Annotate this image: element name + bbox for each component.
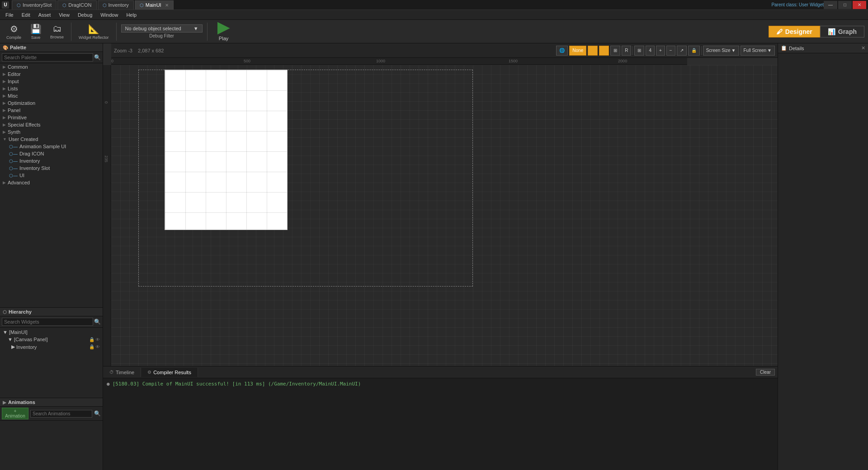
palette-tree: ▶ Common ▶ Editor ▶ Input ▶ Lists ▶ Mi [0,63,103,307]
menu-file[interactable]: File [2,11,17,19]
eye-icon[interactable]: 👁 [95,337,100,342]
tab-dragicon[interactable]: ⬡ DragICON [57,0,96,9]
orange-btn-2[interactable] [599,46,609,56]
left-panel: 🎨 Palette 🔍 ▶ Common ▶ Editor ▶ Input [0,43,103,470]
menu-window[interactable]: Window [97,11,122,19]
palette-category-lists[interactable]: ▶ Lists [0,85,103,92]
tab-inventoryslot[interactable]: ⬡ InventorySlot [12,0,57,9]
ruler-vert-235: 235 [104,155,108,162]
palette-category-optimization[interactable]: ▶ Optimization [0,99,103,107]
tab-timeline[interactable]: ⏱ Timeline [103,368,141,377]
palette-category-input[interactable]: ▶ Input [0,78,103,85]
hier-item-inventory[interactable]: ▶ Inventory 🔒 👁 [0,343,103,351]
tab-compiler-results[interactable]: ⚙ Compiler Results [141,368,198,377]
palette-category-editor[interactable]: ▶ Editor [0,70,103,78]
lock-btn[interactable]: 🔒 [688,46,700,56]
palette-item-inventory-slot[interactable]: ⬡— Inventory Slot [0,164,103,172]
parent-class-value[interactable]: User Widget [799,2,824,7]
palette-category-user-created[interactable]: ▼ User Created [0,136,103,143]
compile-button[interactable]: ⚙ Compile [4,23,24,41]
debug-dropdown-arrow: ▼ [193,26,198,31]
screen-size-dropdown[interactable]: Screen Size ▼ [703,46,739,56]
r-button[interactable]: R [622,46,631,56]
tab-mainui[interactable]: ⬡ MainUI ✕ [135,0,174,9]
hier-item-canvas-panel[interactable]: ▼ [Canvas Panel] 🔒 👁 [0,336,103,343]
widget-inventory-main[interactable] [165,70,288,230]
maximize-button[interactable]: □ [838,1,852,9]
details-header: 📋 Details ✕ [778,43,868,53]
canvas-area[interactable]: Zoom -3 2,087 x 682 🌐 None ⊞ R ⊞ 4 + − ↗… [103,43,778,366]
num4-button[interactable]: 4 [646,46,655,56]
fill-screen-arrow: ▼ [767,48,772,53]
timeline-icon: ⏱ [109,370,114,375]
menu-edit[interactable]: Edit [18,11,34,19]
palette-search-input[interactable] [2,53,93,61]
none-button[interactable]: None [569,46,586,56]
hier-item-mainui[interactable]: ▼ [MainUI] [0,329,103,336]
details-content [778,53,868,470]
canvas-grid[interactable]: Device Content Scale 1.0 No Device Safe … [111,65,778,366]
lock-icon-2[interactable]: 🔒 [89,344,94,349]
play-button[interactable]: Play [212,21,236,42]
debug-filter-dropdown[interactable]: No debug object selected ▼ [121,24,203,33]
palette-item-ui[interactable]: ⬡— UI [0,172,103,179]
chevron-down-icon-2: ▼ [3,329,8,335]
browse-button[interactable]: 🗂 Browse [47,23,66,40]
ruler-vertical: 0 235 [103,65,111,366]
chevron-right-icon-5: ▶ [3,94,6,98]
hierarchy-header[interactable]: ⬡ Hierarchy [0,308,103,316]
menu-asset[interactable]: Asset [35,11,55,19]
tab-icon-4: ⬡ [140,3,144,8]
palette-header[interactable]: 🎨 Palette [0,43,103,52]
tab-close[interactable]: ✕ [165,3,169,8]
grid-btn-2[interactable]: ⊞ [634,46,644,56]
fill-screen-dropdown[interactable]: Full Screen ▼ [741,46,775,56]
palette-category-panel[interactable]: ▶ Panel [0,107,103,114]
palette-item-inventory[interactable]: ⬡— Inventory [0,157,103,164]
close-button[interactable]: ✕ [853,1,866,9]
minus-button[interactable]: − [666,46,675,56]
widget-reflector-button[interactable]: 📐 Widget Reflector [76,23,112,41]
save-button[interactable]: 💾 Save [27,23,45,41]
arrow-btn[interactable]: ↗ [677,46,687,56]
designer-button[interactable]: 🖌 Designer [769,26,820,38]
menu-view[interactable]: View [55,11,73,19]
plus-button[interactable]: + [656,46,665,56]
palette-category-primitive[interactable]: ▶ Primitive [0,114,103,121]
palette-category-misc[interactable]: ▶ Misc [0,92,103,99]
palette-item-ui-label: UI [19,173,24,178]
animations-search-input[interactable] [30,410,92,418]
eye-icon-2[interactable]: 👁 [95,344,100,349]
palette-item-inventory-slot-label: Inventory Slot [19,165,50,171]
clear-button[interactable]: Clear [756,369,775,376]
chevron-right-icon-9: ▶ [3,122,6,127]
lock-icon[interactable]: 🔒 [89,337,94,342]
dimensions-info: 2,087 x 682 [138,48,164,53]
ruler-label-500: 500 [244,59,250,63]
details-close-icon[interactable]: ✕ [861,45,865,51]
add-animation-button[interactable]: + Animation [2,408,28,419]
animations-header[interactable]: ▶ Animations [0,398,103,407]
grid-btn[interactable]: ⊞ [610,46,620,56]
globe-button[interactable]: 🌐 [556,46,568,56]
minimize-button[interactable]: — [824,1,837,9]
main-layout: 🎨 Palette 🔍 ▶ Common ▶ Editor ▶ Input [0,43,868,470]
hierarchy-search-input[interactable] [2,318,93,326]
animations-search-button[interactable]: 🔍 [94,410,101,417]
palette-category-common-label: Common [8,64,28,70]
hierarchy-search-button[interactable]: 🔍 [94,319,101,325]
orange-btn-1[interactable] [588,46,598,56]
palette-category-special-effects[interactable]: ▶ Special Effects [0,121,103,128]
palette-category-common[interactable]: ▶ Common [0,63,103,70]
palette-category-advanced[interactable]: ▶ Advanced [0,179,103,186]
menu-debug[interactable]: Debug [74,11,96,19]
graph-button[interactable]: 📊 Graph [820,26,864,38]
palette-category-synth[interactable]: ▶ Synth [0,128,103,136]
menu-help[interactable]: Help [123,11,140,19]
toolbar-separator-2 [116,23,117,41]
chevron-right-icon-11: ▶ [3,180,6,185]
tab-inventory[interactable]: ⬡ Inventory [98,0,134,9]
palette-item-drag-icon[interactable]: ⬡— Drag ICON [0,150,103,157]
palette-search-button[interactable]: 🔍 [94,54,101,61]
palette-item-animation-sample-ui[interactable]: ⬡— Animation Sample UI [0,143,103,150]
